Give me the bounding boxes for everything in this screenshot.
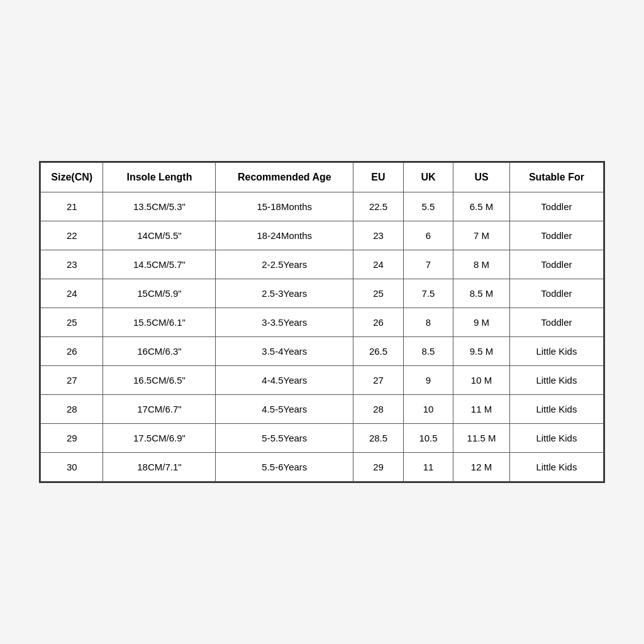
cell-uk: 5.5 xyxy=(403,192,453,221)
cell-uk: 8 xyxy=(403,308,453,337)
cell-age: 15-18Months xyxy=(216,192,353,221)
cell-suitable: Little Kids xyxy=(509,424,603,453)
cell-size_cn: 27 xyxy=(41,366,103,395)
header-us: US xyxy=(453,163,510,192)
cell-size_cn: 28 xyxy=(41,395,103,424)
cell-insole: 17CM/6.7" xyxy=(103,395,216,424)
header-suitable: Sutable For xyxy=(509,163,603,192)
cell-size_cn: 29 xyxy=(41,424,103,453)
cell-age: 4-4.5Years xyxy=(216,366,353,395)
cell-eu: 29 xyxy=(353,453,404,482)
cell-eu: 23 xyxy=(353,221,404,250)
header-eu: EU xyxy=(353,163,404,192)
cell-eu: 25 xyxy=(353,279,404,308)
cell-uk: 7 xyxy=(403,250,453,279)
cell-insole: 16.5CM/6.5" xyxy=(103,366,216,395)
table-row: 2917.5CM/6.9"5-5.5Years28.510.511.5 MLit… xyxy=(41,424,604,453)
cell-uk: 6 xyxy=(403,221,453,250)
cell-suitable: Little Kids xyxy=(509,453,603,482)
cell-eu: 27 xyxy=(353,366,404,395)
cell-size_cn: 21 xyxy=(41,192,103,221)
cell-insole: 15.5CM/6.1" xyxy=(103,308,216,337)
cell-insole: 17.5CM/6.9" xyxy=(103,424,216,453)
table-row: 2415CM/5.9"2.5-3Years257.58.5 MToddler xyxy=(41,279,604,308)
cell-suitable: Little Kids xyxy=(509,337,603,366)
cell-size_cn: 25 xyxy=(41,308,103,337)
cell-suitable: Little Kids xyxy=(509,366,603,395)
cell-insole: 13.5CM/5.3" xyxy=(103,192,216,221)
cell-suitable: Little Kids xyxy=(509,395,603,424)
table-row: 2113.5CM/5.3"15-18Months22.55.56.5 MTodd… xyxy=(41,192,604,221)
cell-us: 6.5 M xyxy=(453,192,510,221)
cell-eu: 22.5 xyxy=(353,192,404,221)
cell-insole: 16CM/6.3" xyxy=(103,337,216,366)
cell-size_cn: 24 xyxy=(41,279,103,308)
cell-suitable: Toddler xyxy=(509,221,603,250)
cell-eu: 26 xyxy=(353,308,404,337)
table-row: 2616CM/6.3"3.5-4Years26.58.59.5 MLittle … xyxy=(41,337,604,366)
cell-age: 2-2.5Years xyxy=(216,250,353,279)
cell-suitable: Toddler xyxy=(509,250,603,279)
cell-eu: 24 xyxy=(353,250,404,279)
cell-us: 8.5 M xyxy=(453,279,510,308)
cell-suitable: Toddler xyxy=(509,308,603,337)
table-body: 2113.5CM/5.3"15-18Months22.55.56.5 MTodd… xyxy=(41,192,604,482)
cell-us: 8 M xyxy=(453,250,510,279)
cell-age: 5-5.5Years xyxy=(216,424,353,453)
cell-us: 9 M xyxy=(453,308,510,337)
table-row: 2716.5CM/6.5"4-4.5Years27910 MLittle Kid… xyxy=(41,366,604,395)
cell-insole: 15CM/5.9" xyxy=(103,279,216,308)
table-row: 2214CM/5.5"18-24Months2367 MToddler xyxy=(41,221,604,250)
cell-size_cn: 30 xyxy=(41,453,103,482)
cell-us: 9.5 M xyxy=(453,337,510,366)
cell-size_cn: 22 xyxy=(41,221,103,250)
cell-us: 11 M xyxy=(453,395,510,424)
header-size-cn: Size(CN) xyxy=(41,163,103,192)
cell-age: 3-3.5Years xyxy=(216,308,353,337)
cell-uk: 10 xyxy=(403,395,453,424)
cell-age: 2.5-3Years xyxy=(216,279,353,308)
table-header-row: Size(CN) Insole Length Recommended Age E… xyxy=(41,163,604,192)
cell-uk: 8.5 xyxy=(403,337,453,366)
size-chart-table: Size(CN) Insole Length Recommended Age E… xyxy=(40,162,604,482)
cell-uk: 7.5 xyxy=(403,279,453,308)
size-chart-wrapper: Size(CN) Insole Length Recommended Age E… xyxy=(39,161,605,483)
table-row: 2515.5CM/6.1"3-3.5Years2689 MToddler xyxy=(41,308,604,337)
table-row: 2817CM/6.7"4.5-5Years281011 MLittle Kids xyxy=(41,395,604,424)
cell-eu: 28 xyxy=(353,395,404,424)
cell-insole: 18CM/7.1" xyxy=(103,453,216,482)
header-uk: UK xyxy=(403,163,453,192)
cell-uk: 11 xyxy=(403,453,453,482)
cell-eu: 26.5 xyxy=(353,337,404,366)
cell-us: 11.5 M xyxy=(453,424,510,453)
cell-us: 7 M xyxy=(453,221,510,250)
cell-insole: 14CM/5.5" xyxy=(103,221,216,250)
cell-us: 10 M xyxy=(453,366,510,395)
header-insole: Insole Length xyxy=(103,163,216,192)
cell-age: 3.5-4Years xyxy=(216,337,353,366)
cell-us: 12 M xyxy=(453,453,510,482)
cell-eu: 28.5 xyxy=(353,424,404,453)
cell-age: 18-24Months xyxy=(216,221,353,250)
cell-suitable: Toddler xyxy=(509,192,603,221)
cell-size_cn: 26 xyxy=(41,337,103,366)
cell-size_cn: 23 xyxy=(41,250,103,279)
cell-insole: 14.5CM/5.7" xyxy=(103,250,216,279)
header-age: Recommended Age xyxy=(216,163,353,192)
cell-suitable: Toddler xyxy=(509,279,603,308)
table-row: 2314.5CM/5.7"2-2.5Years2478 MToddler xyxy=(41,250,604,279)
table-row: 3018CM/7.1"5.5-6Years291112 MLittle Kids xyxy=(41,453,604,482)
cell-uk: 10.5 xyxy=(403,424,453,453)
cell-age: 4.5-5Years xyxy=(216,395,353,424)
cell-age: 5.5-6Years xyxy=(216,453,353,482)
cell-uk: 9 xyxy=(403,366,453,395)
